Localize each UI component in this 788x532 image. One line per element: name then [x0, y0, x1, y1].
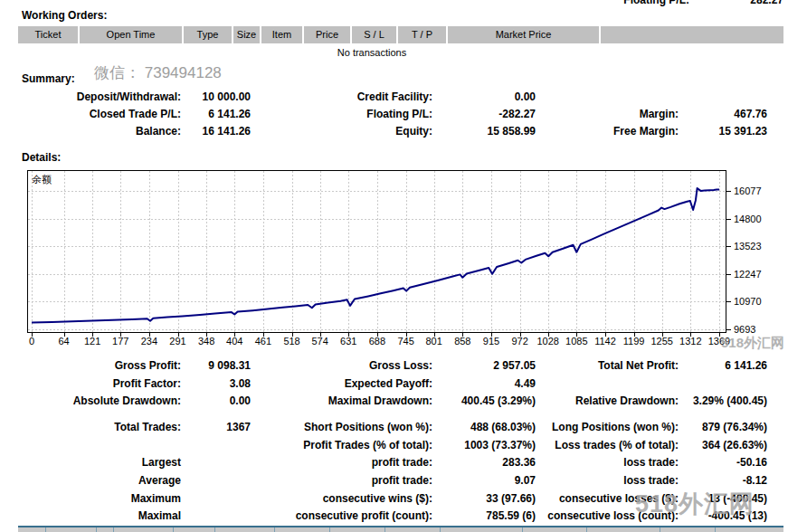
bottom-table-cell-5 [174, 527, 214, 532]
bottom-table-cell-1 [18, 527, 45, 532]
details-row1-col2-value: 2 957.05 [436, 359, 536, 373]
details-row7-col3-label: loss trade: [539, 474, 679, 488]
bottom-table-cell-8 [330, 527, 385, 532]
details-row4-col1-label: Total Trades: [0, 421, 181, 434]
details-row8-col2-label: consecutive wins ($): [254, 492, 432, 506]
details-row4-col1-value: 1367 [185, 421, 251, 434]
bottom-table-cell-12 [587, 527, 660, 532]
details-row3-col1-label: Absolute Drawdown: [0, 394, 181, 408]
clipped-bottom-table-header [18, 526, 783, 532]
details-row3-col2-label: Maximal Drawdown: [254, 394, 432, 408]
bottom-table-cell-11 [523, 527, 586, 532]
bottom-table-cell-2 [46, 527, 96, 532]
bottom-table-cell-6 [215, 527, 274, 532]
details-row1-col3-label: Total Net Profit: [539, 359, 679, 373]
details-row7-col2-value: 9.07 [436, 474, 536, 488]
details-row5-col2-label: Profit Trades (% of total): [254, 439, 432, 452]
details-row2-col1-value: 3.08 [185, 377, 251, 391]
bottom-table-cell-3 [97, 527, 113, 532]
details-row4-col3-label: Long Positions (won %): [539, 421, 679, 434]
details-row9-col2-value: 785.59 (6) [436, 509, 536, 523]
details-row2-col2-value: 4.49 [436, 377, 536, 391]
details-row4-col3-value: 879 (76.34%) [682, 421, 767, 434]
details-row1-col1-label: Gross Profit: [0, 359, 181, 373]
bottom-table-cell-7 [275, 527, 329, 532]
details-row4-col2-value: 488 (68.03%) [436, 421, 536, 434]
details-row3-col3-label: Relative Drawdown: [539, 394, 679, 408]
details-row9-col1-label: Maximal [0, 509, 181, 523]
details-row6-col2-label: profit trade: [254, 456, 432, 470]
details-row6-col1-label: Largest [0, 456, 181, 470]
details-row4-col2-label: Short Positions (won %): [254, 421, 432, 434]
details-row9-col2-label: consecutive profit (count): [254, 509, 432, 523]
details-row6-col3-label: loss trade: [539, 456, 679, 470]
details-row6-col3-value: -50.16 [682, 456, 767, 470]
details-row1-col2-label: Gross Loss: [254, 359, 432, 373]
details-row2-col2-label: Expected Payoff: [254, 377, 432, 391]
details-row6-col2-value: 283.36 [436, 456, 536, 470]
bottom-table-cells [18, 527, 783, 532]
details-row3-col2-value: 400.45 (3.29%) [436, 394, 536, 408]
details-row1-col3-value: 6 141.26 [682, 359, 767, 373]
details-row3-col3-value: 3.29% (400.45) [682, 394, 767, 408]
bottom-table-cell-4 [114, 527, 173, 532]
bottom-table-cell-13 [660, 527, 715, 532]
details-row8-col2-value: 33 (97.66) [436, 492, 536, 506]
details-row2-col1-label: Profit Factor: [0, 377, 181, 391]
details-row7-col1-label: Average [0, 474, 181, 488]
bottom-table-cell-10 [441, 527, 522, 532]
details-row5-col3-label: Loss trades (% of total): [539, 439, 679, 452]
details-row7-col3-value: -8.12 [682, 474, 767, 488]
details-row5-col2-value: 1003 (73.37%) [436, 439, 536, 452]
details-row1-col1-value: 9 098.31 [185, 359, 251, 373]
bottom-table-cell-9 [385, 527, 440, 532]
details-row7-col2-label: profit trade: [254, 474, 432, 488]
details-row5-col3-value: 364 (26.63%) [682, 439, 767, 452]
bottom-table-cell-14 [716, 527, 783, 532]
details-row3-col1-value: 0.00 [185, 394, 251, 408]
details-grid: Gross Profit:9 098.31Gross Loss:2 957.05… [0, 0, 788, 532]
site-watermark: 518外汇网 [635, 488, 755, 520]
details-row8-col1-label: Maximum [0, 492, 181, 506]
account-statement-report: Floating P/L: 282.27 Working Orders: Tic… [0, 0, 788, 532]
